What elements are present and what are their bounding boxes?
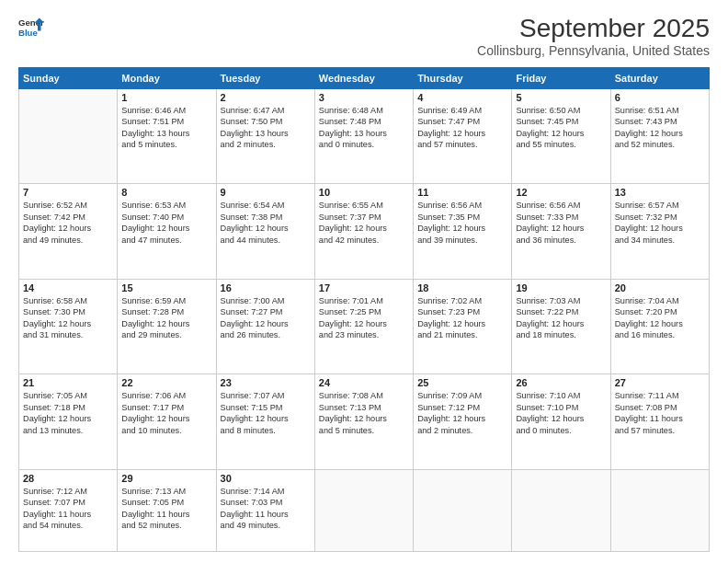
day-number: 23 bbox=[221, 377, 311, 388]
calendar-cell: 7Sunrise: 6:52 AMSunset: 7:42 PMDaylight… bbox=[19, 184, 118, 279]
day-number: 25 bbox=[417, 377, 507, 388]
calendar-cell: 18Sunrise: 7:02 AMSunset: 7:23 PMDayligh… bbox=[414, 279, 512, 373]
calendar-table: SundayMondayTuesdayWednesdayThursdayFrid… bbox=[18, 67, 710, 552]
week-row-2: 7Sunrise: 6:52 AMSunset: 7:42 PMDaylight… bbox=[19, 184, 710, 279]
day-number: 2 bbox=[221, 92, 311, 103]
calendar-cell: 29Sunrise: 7:13 AMSunset: 7:05 PMDayligh… bbox=[118, 469, 216, 551]
day-info: Sunrise: 7:04 AMSunset: 7:20 PMDaylight:… bbox=[615, 295, 705, 341]
day-info: Sunrise: 7:00 AMSunset: 7:27 PMDaylight:… bbox=[221, 295, 311, 341]
day-info: Sunrise: 6:48 AMSunset: 7:48 PMDaylight:… bbox=[319, 105, 409, 151]
day-number: 7 bbox=[23, 187, 113, 198]
calendar-cell: 24Sunrise: 7:08 AMSunset: 7:13 PMDayligh… bbox=[314, 374, 413, 469]
day-number: 19 bbox=[516, 282, 606, 293]
day-number: 26 bbox=[516, 377, 606, 388]
day-info: Sunrise: 7:03 AMSunset: 7:22 PMDaylight:… bbox=[516, 295, 606, 341]
day-number: 3 bbox=[319, 92, 409, 103]
calendar-cell: 4Sunrise: 6:49 AMSunset: 7:47 PMDaylight… bbox=[414, 88, 512, 183]
day-info: Sunrise: 7:14 AMSunset: 7:03 PMDaylight:… bbox=[221, 486, 311, 532]
weekday-header-row: SundayMondayTuesdayWednesdayThursdayFrid… bbox=[19, 67, 710, 88]
calendar-cell: 28Sunrise: 7:12 AMSunset: 7:07 PMDayligh… bbox=[19, 469, 118, 551]
calendar-cell bbox=[512, 469, 610, 551]
day-info: Sunrise: 7:08 AMSunset: 7:13 PMDaylight:… bbox=[319, 390, 409, 436]
weekday-header-monday: Monday bbox=[118, 67, 216, 88]
day-info: Sunrise: 6:52 AMSunset: 7:42 PMDaylight:… bbox=[23, 200, 113, 246]
day-number: 8 bbox=[121, 187, 211, 198]
day-info: Sunrise: 6:49 AMSunset: 7:47 PMDaylight:… bbox=[417, 105, 507, 151]
calendar-cell: 9Sunrise: 6:54 AMSunset: 7:38 PMDaylight… bbox=[216, 184, 314, 279]
weekday-header-friday: Friday bbox=[512, 67, 610, 88]
calendar-cell: 17Sunrise: 7:01 AMSunset: 7:25 PMDayligh… bbox=[314, 279, 413, 373]
weekday-header-sunday: Sunday bbox=[19, 67, 118, 88]
calendar-cell bbox=[19, 88, 118, 183]
day-info: Sunrise: 7:13 AMSunset: 7:05 PMDaylight:… bbox=[121, 486, 211, 532]
calendar-cell: 3Sunrise: 6:48 AMSunset: 7:48 PMDaylight… bbox=[314, 88, 413, 183]
day-number: 9 bbox=[221, 187, 311, 198]
calendar-cell bbox=[314, 469, 413, 551]
day-number: 16 bbox=[221, 282, 311, 293]
day-number: 6 bbox=[615, 92, 705, 103]
day-number: 27 bbox=[615, 377, 705, 388]
day-info: Sunrise: 6:56 AMSunset: 7:35 PMDaylight:… bbox=[417, 200, 507, 246]
calendar-cell: 15Sunrise: 6:59 AMSunset: 7:28 PMDayligh… bbox=[118, 279, 216, 373]
day-info: Sunrise: 7:05 AMSunset: 7:18 PMDaylight:… bbox=[23, 390, 113, 436]
calendar-cell: 26Sunrise: 7:10 AMSunset: 7:10 PMDayligh… bbox=[512, 374, 610, 469]
day-info: Sunrise: 6:55 AMSunset: 7:37 PMDaylight:… bbox=[319, 200, 409, 246]
day-number: 29 bbox=[121, 473, 211, 484]
week-row-5: 28Sunrise: 7:12 AMSunset: 7:07 PMDayligh… bbox=[19, 469, 710, 551]
page: General Blue September 2025 Collinsburg,… bbox=[0, 0, 728, 563]
calendar-cell: 12Sunrise: 6:56 AMSunset: 7:33 PMDayligh… bbox=[512, 184, 610, 279]
day-number: 13 bbox=[615, 187, 705, 198]
day-info: Sunrise: 7:11 AMSunset: 7:08 PMDaylight:… bbox=[615, 390, 705, 436]
logo: General Blue bbox=[18, 15, 44, 40]
main-title: September 2025 bbox=[477, 15, 710, 43]
day-number: 17 bbox=[319, 282, 409, 293]
svg-text:Blue: Blue bbox=[18, 28, 38, 38]
day-number: 24 bbox=[319, 377, 409, 388]
week-row-1: 1Sunrise: 6:46 AMSunset: 7:51 PMDaylight… bbox=[19, 88, 710, 183]
day-number: 10 bbox=[319, 187, 409, 198]
day-number: 20 bbox=[615, 282, 705, 293]
calendar-cell: 22Sunrise: 7:06 AMSunset: 7:17 PMDayligh… bbox=[118, 374, 216, 469]
title-block: September 2025 Collinsburg, Pennsylvania… bbox=[477, 15, 710, 58]
logo-icon: General Blue bbox=[18, 15, 44, 40]
day-number: 1 bbox=[121, 92, 211, 103]
calendar-cell: 19Sunrise: 7:03 AMSunset: 7:22 PMDayligh… bbox=[512, 279, 610, 373]
day-info: Sunrise: 6:51 AMSunset: 7:43 PMDaylight:… bbox=[615, 105, 705, 151]
day-info: Sunrise: 7:10 AMSunset: 7:10 PMDaylight:… bbox=[516, 390, 606, 436]
calendar-cell: 27Sunrise: 7:11 AMSunset: 7:08 PMDayligh… bbox=[610, 374, 709, 469]
weekday-header-thursday: Thursday bbox=[414, 67, 512, 88]
subtitle: Collinsburg, Pennsylvania, United States bbox=[477, 43, 710, 58]
day-info: Sunrise: 7:01 AMSunset: 7:25 PMDaylight:… bbox=[319, 295, 409, 341]
day-number: 22 bbox=[121, 377, 211, 388]
header: General Blue September 2025 Collinsburg,… bbox=[18, 15, 710, 58]
day-number: 11 bbox=[417, 187, 507, 198]
calendar-cell: 14Sunrise: 6:58 AMSunset: 7:30 PMDayligh… bbox=[19, 279, 118, 373]
day-info: Sunrise: 7:02 AMSunset: 7:23 PMDaylight:… bbox=[417, 295, 507, 341]
calendar-cell: 6Sunrise: 6:51 AMSunset: 7:43 PMDaylight… bbox=[610, 88, 709, 183]
week-row-3: 14Sunrise: 6:58 AMSunset: 7:30 PMDayligh… bbox=[19, 279, 710, 373]
day-info: Sunrise: 6:58 AMSunset: 7:30 PMDaylight:… bbox=[23, 295, 113, 341]
calendar-cell: 16Sunrise: 7:00 AMSunset: 7:27 PMDayligh… bbox=[216, 279, 314, 373]
day-info: Sunrise: 6:47 AMSunset: 7:50 PMDaylight:… bbox=[221, 105, 311, 151]
day-number: 21 bbox=[23, 377, 113, 388]
weekday-header-wednesday: Wednesday bbox=[314, 67, 413, 88]
calendar-cell: 20Sunrise: 7:04 AMSunset: 7:20 PMDayligh… bbox=[610, 279, 709, 373]
day-number: 12 bbox=[516, 187, 606, 198]
calendar-cell: 1Sunrise: 6:46 AMSunset: 7:51 PMDaylight… bbox=[118, 88, 216, 183]
day-info: Sunrise: 6:46 AMSunset: 7:51 PMDaylight:… bbox=[121, 105, 211, 151]
day-info: Sunrise: 6:59 AMSunset: 7:28 PMDaylight:… bbox=[121, 295, 211, 341]
calendar-cell bbox=[414, 469, 512, 551]
day-info: Sunrise: 6:57 AMSunset: 7:32 PMDaylight:… bbox=[615, 200, 705, 246]
day-info: Sunrise: 6:50 AMSunset: 7:45 PMDaylight:… bbox=[516, 105, 606, 151]
day-number: 18 bbox=[417, 282, 507, 293]
day-info: Sunrise: 6:56 AMSunset: 7:33 PMDaylight:… bbox=[516, 200, 606, 246]
calendar-cell: 11Sunrise: 6:56 AMSunset: 7:35 PMDayligh… bbox=[414, 184, 512, 279]
day-number: 5 bbox=[516, 92, 606, 103]
week-row-4: 21Sunrise: 7:05 AMSunset: 7:18 PMDayligh… bbox=[19, 374, 710, 469]
day-info: Sunrise: 6:54 AMSunset: 7:38 PMDaylight:… bbox=[221, 200, 311, 246]
weekday-header-tuesday: Tuesday bbox=[216, 67, 314, 88]
day-info: Sunrise: 6:53 AMSunset: 7:40 PMDaylight:… bbox=[121, 200, 211, 246]
calendar-cell: 13Sunrise: 6:57 AMSunset: 7:32 PMDayligh… bbox=[610, 184, 709, 279]
calendar-cell: 30Sunrise: 7:14 AMSunset: 7:03 PMDayligh… bbox=[216, 469, 314, 551]
calendar-cell bbox=[610, 469, 709, 551]
